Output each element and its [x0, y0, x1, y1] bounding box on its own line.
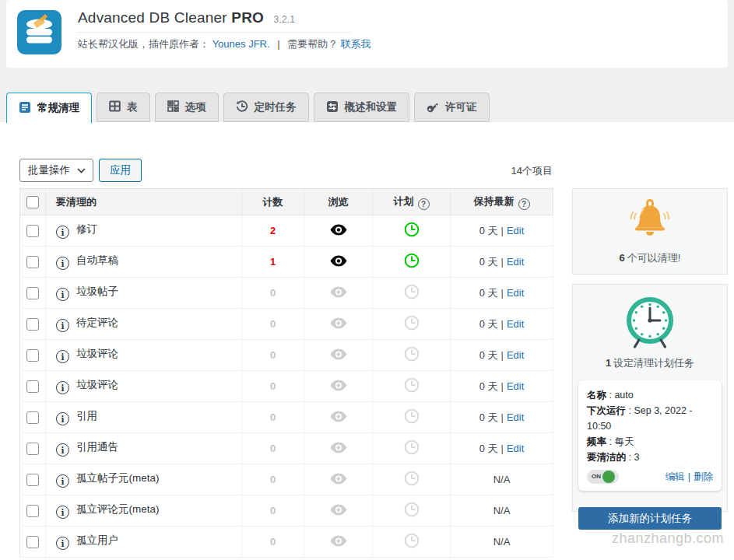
row-checkbox[interactable]	[26, 349, 39, 362]
author-link[interactable]: Younes JFR.	[212, 38, 270, 50]
info-icon[interactable]: i	[56, 350, 69, 363]
schedule-clock-icon[interactable]	[404, 408, 420, 424]
eye-icon[interactable]	[330, 442, 347, 453]
schedule-frequency-row: 频率 : 每天	[587, 434, 713, 450]
eye-icon[interactable]	[330, 348, 347, 360]
edit-link[interactable]: Edit	[507, 443, 524, 454]
clean-count-text: 6个可以清理!	[573, 251, 727, 265]
cleanup-item-name: 孤立评论元(meta)	[76, 503, 160, 515]
edit-link[interactable]: Edit	[507, 225, 524, 236]
edit-link[interactable]: Edit	[507, 318, 524, 330]
eye-icon[interactable]	[330, 535, 347, 547]
table-row: i垃圾评论 0 0 天|Edit	[20, 371, 553, 402]
keep-value: 0 天	[479, 287, 498, 299]
row-checkbox[interactable]	[26, 287, 39, 299]
eye-icon[interactable]	[330, 473, 347, 485]
schedule-clock-icon[interactable]	[404, 533, 420, 548]
tab-license[interactable]: 许可证	[414, 93, 490, 122]
row-checkbox[interactable]	[26, 443, 39, 455]
schedule-on-toggle[interactable]: ON	[587, 470, 619, 484]
schedule-clock-icon[interactable]	[404, 253, 420, 268]
schedule-clock-icon[interactable]	[404, 222, 420, 237]
keep-value: 0 天	[479, 318, 498, 330]
schedule-count: 1	[606, 357, 611, 369]
eye-icon[interactable]	[330, 255, 347, 267]
info-icon[interactable]: i	[56, 381, 69, 394]
select-all-checkbox[interactable]	[26, 196, 39, 208]
info-icon[interactable]: i	[56, 443, 69, 457]
info-icon[interactable]: i	[56, 319, 69, 332]
item-count: 0	[270, 443, 276, 454]
schedule-frequency-value: 每天	[614, 436, 634, 447]
eye-icon[interactable]	[330, 286, 347, 298]
table-row: i引用通告 0 0 天|Edit	[20, 433, 553, 464]
schedule-clock-icon[interactable]	[404, 377, 420, 393]
help-icon[interactable]: ?	[518, 198, 530, 210]
row-checkbox[interactable]	[26, 380, 39, 393]
tab-label: 许可证	[445, 100, 477, 114]
help-icon[interactable]: ?	[418, 198, 430, 210]
info-icon[interactable]: i	[56, 288, 69, 301]
tab-options[interactable]: 选项	[155, 93, 219, 122]
row-checkbox[interactable]	[26, 536, 39, 548]
edit-link[interactable]: Edit	[507, 411, 524, 423]
info-icon[interactable]: i	[56, 226, 69, 239]
table-row: i孤立用户 0 N/A	[20, 527, 553, 558]
info-icon[interactable]: i	[56, 537, 69, 550]
subtitle-text: 站长帮汉化版，插件原作者：	[78, 38, 209, 50]
eye-icon[interactable]	[330, 380, 347, 391]
keep-value: N/A	[493, 474, 511, 485]
tab-overview-settings[interactable]: 概述和设置	[314, 93, 410, 122]
schedule-clock-icon[interactable]	[404, 502, 420, 517]
eye-icon[interactable]	[330, 317, 347, 329]
column-header-count: 计数	[242, 189, 304, 215]
row-checkbox[interactable]	[26, 505, 39, 517]
info-icon[interactable]: i	[56, 412, 69, 425]
schedule-edit-link[interactable]: 编辑	[666, 471, 685, 482]
schedule-clock-icon[interactable]	[404, 346, 420, 362]
item-count: 0	[270, 287, 276, 299]
eye-icon[interactable]	[330, 504, 347, 516]
table-row: i待定评论 0 0 天|Edit	[20, 309, 553, 340]
bell-icon	[630, 230, 670, 243]
edit-link[interactable]: Edit	[507, 380, 524, 392]
info-icon[interactable]: i	[56, 257, 69, 270]
row-checkbox[interactable]	[26, 225, 39, 237]
schedule-clock-icon[interactable]	[404, 315, 420, 331]
schedule-delete-link[interactable]: 删除	[694, 471, 713, 482]
item-count: 0	[270, 380, 276, 392]
schedule-clock-icon[interactable]	[404, 439, 420, 455]
column-header-schedule: 计划?	[373, 189, 451, 215]
column-header-keep: 保持最新?	[451, 189, 553, 215]
plugin-version: 3.2.1	[274, 14, 296, 25]
cleanup-item-name: 修订	[76, 223, 97, 235]
eye-icon[interactable]	[330, 224, 347, 236]
row-checkbox[interactable]	[26, 256, 39, 268]
tab-tables[interactable]: 表	[97, 93, 150, 122]
item-count: 0	[270, 318, 276, 330]
cleanup-item-name: 垃圾评论	[76, 379, 118, 390]
contact-link[interactable]: 联系我	[341, 38, 371, 50]
schedule-clock-icon[interactable]	[404, 284, 420, 299]
row-checkbox[interactable]	[26, 474, 39, 486]
tab-general-clean[interactable]: 常规清理	[6, 93, 92, 123]
item-count: 0	[270, 349, 276, 361]
eye-icon[interactable]	[330, 411, 347, 422]
edit-link[interactable]: Edit	[507, 256, 524, 268]
info-icon[interactable]: i	[56, 506, 69, 519]
row-checkbox[interactable]	[26, 318, 39, 331]
edit-link[interactable]: Edit	[507, 349, 524, 361]
edit-link[interactable]: Edit	[507, 287, 524, 299]
info-icon[interactable]: i	[56, 474, 69, 488]
schedule-details-box: 名称 : auto 下次运行 : Sep 3, 2022 - 10:50 频率 …	[578, 380, 722, 491]
schedule-clock-icon[interactable]	[404, 471, 420, 486]
add-schedule-button[interactable]: 添加新的计划任务	[578, 507, 722, 530]
tab-scheduled-tasks[interactable]: 定时任务	[223, 93, 309, 122]
schedule-card: 1设定清理计划任务 名称 : auto 下次运行 : Sep 3, 2022 -…	[572, 284, 728, 512]
row-checkbox[interactable]	[26, 411, 39, 424]
overview-settings-icon	[326, 100, 339, 115]
tab-label: 概述和设置	[345, 100, 398, 114]
tab-label: 表	[127, 100, 138, 114]
plugin-name: Advanced DB Cleaner	[78, 9, 227, 26]
keep-value: 0 天	[479, 225, 498, 236]
